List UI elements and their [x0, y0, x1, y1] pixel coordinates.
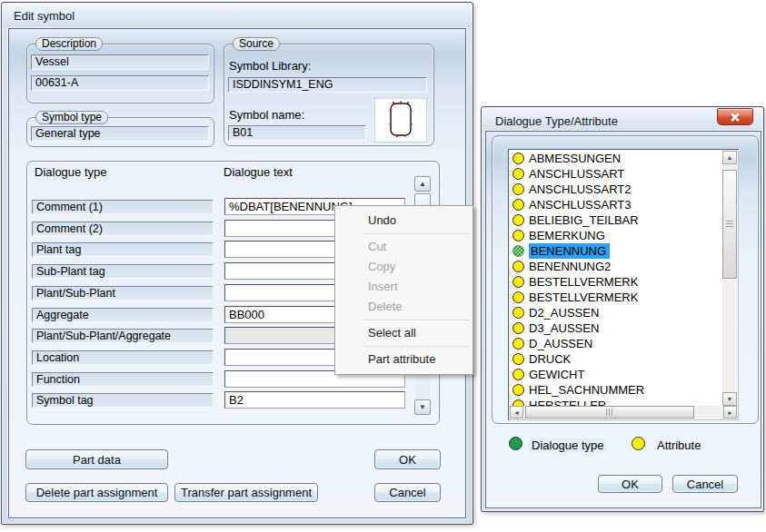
scroll-down-icon: ▼: [419, 403, 426, 411]
close-icon: [718, 109, 752, 124]
attribute-list-item-benennung[interactable]: BENENNUNG: [510, 243, 722, 259]
dialogue-type-attribute-client: ABMESSUNGENANSCHLUSSARTANSCHLUSSART2ANSC…: [485, 131, 761, 508]
dialogue-type-cell: Sub-Plant tag: [32, 264, 214, 279]
attribute-label: BELIEBIG_TEILBAR: [529, 213, 639, 227]
dialogue-type-cell: Symbol tag: [32, 393, 214, 408]
attribute-icon: [512, 168, 524, 180]
scroll-up-button[interactable]: ▲: [722, 151, 737, 164]
attribute-icon: [512, 153, 524, 164]
attribute-label: GEWICHT: [529, 368, 584, 381]
attribute-list-item-druck[interactable]: DRUCK: [510, 351, 722, 367]
attribute-label: ANSCHLUSSART3: [529, 198, 631, 212]
legend-dialogue-type-label: Dialogue type: [529, 438, 607, 452]
attribute-icon: [512, 214, 524, 226]
scroll-left-button[interactable]: ◄: [510, 406, 523, 419]
attribute-icon: [512, 261, 524, 272]
attribute-items: ABMESSUNGENANSCHLUSSARTANSCHLUSSART2ANSC…: [510, 151, 722, 406]
dialogue-type-cell: Plant/Sub-Plant: [32, 286, 214, 300]
menu-item-insert: Insert: [335, 277, 473, 297]
scroll-left-icon: ◄: [513, 409, 520, 416]
attribute-list-item-hersteller[interactable]: HERSTELLER: [510, 398, 722, 406]
dialogue-type-cell: Location: [32, 350, 214, 365]
attribute-label: BEMERKUNG: [529, 229, 605, 242]
menu-item-part-attribute[interactable]: Part attribute: [335, 350, 473, 369]
attribute-list-item-bestellvermerk[interactable]: BESTELLVERMERK: [510, 274, 722, 290]
context-menu: UndoCutCopyInsertDeleteSelect allPart at…: [334, 205, 473, 375]
scroll-right-button[interactable]: ►: [723, 406, 737, 419]
attribute-icon: [512, 291, 524, 303]
close-button[interactable]: [717, 108, 753, 125]
menu-item-delete: Delete: [335, 297, 473, 317]
attribute-label: BENENNUNG: [529, 243, 610, 259]
cancel-button[interactable]: Cancel: [672, 475, 738, 493]
scroll-up-button[interactable]: ▲: [414, 176, 431, 192]
attribute-list-item-anschlussart3[interactable]: ANSCHLUSSART3: [510, 197, 722, 212]
transfer-part-assignment-button[interactable]: Transfer part assignment: [174, 483, 318, 502]
attribute-icon: [512, 399, 524, 406]
scroll-up-icon: ▲: [727, 154, 733, 161]
attribute-list-item-bestellvermerk[interactable]: BESTELLVERMERK: [510, 290, 722, 305]
dialogue-text-input[interactable]: B2: [224, 391, 405, 409]
attribute-list-item-anschlussart[interactable]: ANSCHLUSSART: [510, 166, 722, 182]
window-title: Dialogue Type/Attribute: [495, 114, 618, 128]
legend-attribute-icon: [632, 437, 645, 450]
attribute-list-item-d3-aussen[interactable]: D3_AUSSEN: [510, 320, 722, 336]
menu-item-undo[interactable]: Undo: [335, 211, 473, 231]
thumb-grip: [606, 409, 612, 416]
attribute-list-item-d-aussen[interactable]: D_AUSSEN: [510, 336, 722, 351]
menu-separator: [364, 320, 470, 320]
attribute-icon: [512, 276, 524, 288]
scroll-down-button[interactable]: ▼: [414, 399, 431, 415]
attribute-label: D3_AUSSEN: [529, 321, 599, 335]
menu-item-select-all[interactable]: Select all: [335, 323, 473, 343]
attribute-list-item-hel-sachnummer[interactable]: HEL_SACHNUMMER: [510, 382, 722, 398]
legend-attribute-label: Attribute: [657, 438, 701, 452]
menu-item-cut: Cut: [335, 237, 473, 257]
attribute-list-item-anschlussart2[interactable]: ANSCHLUSSART2: [510, 182, 722, 197]
dialogue-type-icon: [512, 245, 524, 257]
scroll-thumb[interactable]: [722, 170, 737, 279]
attribute-label: BESTELLVERMERK: [529, 291, 638, 304]
attribute-icon: [512, 199, 524, 211]
attribute-label: HERSTELLER: [529, 399, 606, 406]
attribute-list-item-beliebig-teilbar[interactable]: BELIEBIG_TEILBAR: [510, 212, 722, 228]
attribute-icon: [512, 338, 524, 350]
attribute-label: BENENNUNG2: [529, 260, 611, 273]
dialogue-type-cell: Plant/Sub-Plant/Aggregate: [32, 329, 214, 343]
menu-item-copy: Copy: [335, 257, 473, 277]
attribute-list-item-benennung2[interactable]: BENENNUNG2: [510, 259, 722, 274]
attribute-label: DRUCK: [529, 352, 571, 366]
menu-separator: [364, 233, 470, 234]
attribute-label: ANSCHLUSSART: [529, 167, 624, 181]
scroll-down-button[interactable]: ▼: [722, 392, 737, 406]
attribute-icon: [512, 384, 524, 396]
dialogue-type-attribute-window: Dialogue Type/Attribute ABMESSUNGENANSCH…: [481, 106, 764, 512]
dialogue-type-cell: Function: [32, 372, 214, 387]
ok-button[interactable]: OK: [598, 475, 662, 493]
scroll-right-icon: ►: [727, 409, 733, 416]
ok-button[interactable]: OK: [374, 449, 441, 469]
attribute-label: HEL_SACHNUMMER: [529, 383, 644, 397]
attribute-icon: [512, 369, 524, 380]
screen: Edit symbol Description Vessel 00631-A S…: [0, 0, 766, 532]
thumb-grip: [726, 221, 733, 227]
attribute-list-item-gewicht[interactable]: GEWICHT: [510, 367, 722, 382]
list-hscrollbar[interactable]: ◄ ►: [510, 406, 737, 419]
attribute-icon: [512, 230, 524, 241]
window-title: Edit symbol: [14, 9, 75, 23]
list-vscrollbar[interactable]: ▲ ▼: [722, 151, 737, 406]
attribute-icon: [512, 353, 524, 365]
scroll-thumb[interactable]: [525, 406, 694, 419]
dialogue-type-cell: Aggregate: [32, 308, 214, 322]
attribute-icon: [512, 183, 524, 195]
attribute-list-item-bemerkung[interactable]: BEMERKUNG: [510, 228, 722, 243]
attribute-label: BESTELLVERMERK: [529, 275, 638, 289]
attribute-list-item-d2-aussen[interactable]: D2_AUSSEN: [510, 305, 722, 320]
delete-part-assignment-button[interactable]: Delete part assignment: [25, 483, 168, 502]
part-data-button[interactable]: Part data: [25, 449, 168, 469]
attribute-list-item-abmessungen[interactable]: ABMESSUNGEN: [510, 151, 722, 166]
edit-symbol-titlebar[interactable]: Edit symbol: [3, 4, 472, 27]
dialogue-type-cell: Comment (1): [32, 200, 214, 214]
menu-separator: [364, 346, 470, 347]
cancel-button[interactable]: Cancel: [374, 483, 441, 502]
